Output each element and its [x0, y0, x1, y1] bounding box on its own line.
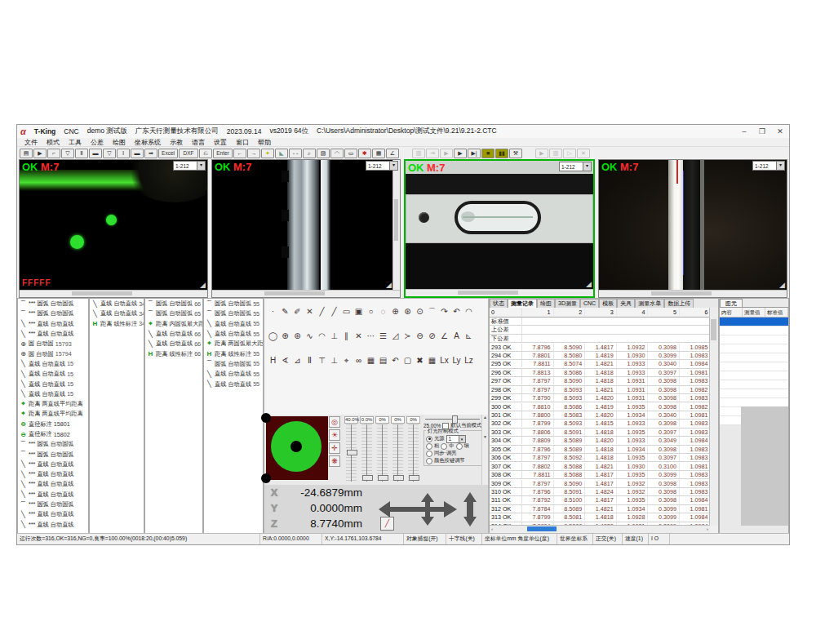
grid-vscrollbar[interactable] — [709, 308, 718, 526]
toolbox-icon[interactable]: ∿ — [304, 331, 315, 341]
xy-jog-arrows[interactable] — [377, 491, 459, 527]
light-mode-icon[interactable]: ◎ — [329, 416, 340, 428]
toolbar-load-program[interactable]: ▶ — [440, 149, 453, 158]
toolbox-icon[interactable]: ☰ — [378, 331, 388, 341]
rp-row[interactable] — [720, 362, 788, 371]
menu-公差[interactable]: 公差 — [86, 138, 108, 147]
toolbox-icon[interactable]: ◠ — [463, 306, 474, 317]
table-row[interactable]: 296 OK7.88138.50861.48181.09330.30971.09… — [490, 369, 710, 377]
table-row[interactable]: 312 OK7.87848.50891.48211.09340.30991.09… — [490, 505, 710, 513]
tab-数据上传[interactable]: 数据上传 — [664, 299, 694, 308]
toolbox-icon[interactable]: ▦ — [427, 355, 437, 366]
size-radio-细[interactable] — [456, 443, 463, 450]
camera1-hscrollbar[interactable] — [20, 290, 207, 297]
rp-row[interactable] — [720, 344, 788, 353]
table-row[interactable]: 305 OK7.87968.50891.48181.09340.30981.09… — [490, 446, 710, 454]
toolbar-dash-tool[interactable]: - - — [289, 149, 302, 158]
brightness-slider[interactable] — [424, 415, 486, 422]
element-item[interactable]: ╲*** 直线自动直线 — [18, 509, 88, 519]
table-row[interactable]: 299 OK7.87908.50931.48201.09310.30981.09… — [490, 394, 710, 402]
element-item[interactable]: ╲直线自动直线34 — [90, 299, 144, 309]
camera-view-1[interactable]: OK M:7 FFFFF 1-212▾ ◢ — [19, 159, 208, 298]
toolbox-icon[interactable]: · — [268, 306, 278, 317]
tab-绘图[interactable]: 绘图 — [537, 299, 555, 308]
camera2-range-dropdown[interactable]: 1-212▾ — [366, 161, 398, 171]
menu-窗口[interactable]: 窗口 — [232, 138, 253, 147]
toolbar-laser-marker[interactable]: ✱ — [358, 149, 371, 158]
slider-thumb[interactable] — [362, 475, 373, 481]
toolbox-icon[interactable]: ○ — [366, 306, 376, 317]
toolbar-play-disabled[interactable]: ▶ — [535, 149, 548, 158]
table-row[interactable]: 303 OK7.88068.50911.48181.09350.30971.09… — [490, 429, 710, 437]
camera3-range-dropdown[interactable]: 1-212▾ — [559, 162, 592, 171]
table-row[interactable]: 309 OK7.87978.50901.48171.09320.30981.09… — [490, 479, 710, 487]
toolbox-icon[interactable]: ⊘ — [427, 331, 437, 341]
tolerance-row[interactable]: 上公差 — [490, 326, 710, 334]
tab-CNC[interactable]: CNC — [580, 299, 599, 308]
element-item[interactable]: ⌒圆弧自动圆弧55 — [204, 309, 263, 318]
camera4-range-dropdown[interactable]: 1-212▾ — [752, 161, 785, 171]
sync-radio[interactable] — [426, 451, 432, 457]
element-item[interactable]: ╲直线自动直线66 — [145, 339, 202, 349]
toolbar-auto-probe[interactable]: ▽ — [103, 149, 116, 158]
toolbox-icon[interactable]: ≻ — [402, 331, 413, 341]
channel-slider-1[interactable]: 40.0% — [344, 415, 359, 485]
toolbox-icon[interactable]: ↶ — [451, 306, 462, 317]
camera-view-4[interactable]: OK M:7 1-212▾ ◢ — [598, 159, 787, 298]
camera1-resize-icon[interactable]: ◢ — [200, 281, 206, 289]
element-item[interactable]: ⌒圆弧自动圆弧55 — [204, 359, 263, 369]
table-row[interactable]: 297 OK7.87978.50901.48181.09310.30981.09… — [490, 377, 710, 385]
menu-帮助[interactable]: 帮助 — [254, 138, 275, 147]
menu-文件[interactable]: 文件 — [20, 138, 42, 147]
toolbox-icon[interactable]: ∥ — [341, 331, 352, 341]
rp-row[interactable] — [720, 380, 788, 389]
table-row[interactable]: 295 OK7.88118.50741.48211.09330.30401.09… — [490, 360, 710, 368]
element-item[interactable]: ⌒*** 圆弧自动圆弧 — [18, 299, 88, 309]
element-item[interactable]: ⌒圆弧自动圆弧55 — [204, 299, 263, 309]
toolbox-icon[interactable]: ⊙ — [415, 306, 425, 317]
table-row[interactable]: 310 OK7.87968.50911.48241.09320.30981.09… — [490, 488, 710, 496]
table-row[interactable]: 311 OK7.87928.51001.48171.09350.30981.09… — [490, 496, 710, 504]
slider-thumb[interactable] — [409, 475, 419, 481]
toolbox-icon[interactable]: ⊕ — [280, 331, 290, 341]
toolbox-icon[interactable]: ⊤ — [317, 355, 327, 366]
element-item[interactable]: ╲直线自动直线55 — [204, 329, 263, 339]
toolbox-icon[interactable]: Ly — [451, 355, 462, 366]
channel-slider-4[interactable]: 0% — [390, 415, 406, 485]
toolbox-icon[interactable]: ↷ — [439, 306, 450, 317]
camera2-vscrollbar[interactable] — [392, 160, 400, 291]
rp-row[interactable] — [720, 353, 788, 362]
tab-状态[interactable]: 状态 — [490, 299, 508, 308]
element-item[interactable]: ⊖直径标注15801 — [18, 420, 88, 429]
element-item[interactable]: ╲直线自动直线55 — [204, 379, 263, 389]
title-bar[interactable]: α T-King CNC demo 测试版 广东天行测量技术有限公司 2023.… — [17, 125, 789, 138]
tab-测量水单[interactable]: 测量水单 — [635, 299, 664, 308]
toolbox-icon[interactable]: ✐ — [292, 306, 303, 317]
menu-坐标系统[interactable]: 坐标系统 — [131, 138, 165, 147]
toolbox-icon[interactable]: ╱ — [329, 306, 339, 317]
element-item[interactable]: ╲*** 直线自动直线 — [18, 490, 88, 500]
camera3-hscrollbar[interactable] — [406, 289, 593, 296]
element-item[interactable]: ╲*** 直线自动直线 — [18, 319, 88, 329]
element-item[interactable]: ⊕圆自动圆15793 — [18, 339, 88, 349]
element-item[interactable]: ╲*** 直线自动直线 — [18, 520, 88, 530]
channel-slider-5[interactable]: 0% — [406, 415, 421, 485]
maximize-button[interactable]: ❐ — [753, 127, 771, 135]
colorkey-radio[interactable] — [426, 458, 432, 464]
slider-thumb[interactable] — [347, 450, 357, 455]
toolbox-icon[interactable]: ▢ — [402, 355, 413, 366]
camera2-hscrollbar[interactable] — [212, 290, 400, 297]
toolbar-move-tool[interactable]: ➡ — [144, 149, 157, 158]
light-mode-icon[interactable]: ✛ — [329, 442, 340, 454]
source-select[interactable]: 1▾ — [446, 435, 466, 443]
element-item[interactable]: ╲直线自动直线15 — [18, 359, 88, 369]
camera2-resize-icon[interactable]: ◢ — [386, 281, 392, 289]
tab-测量记录[interactable]: 测量记录 — [508, 299, 537, 308]
toolbar-arrow-right[interactable]: → — [247, 149, 260, 158]
slider-thumb[interactable] — [393, 475, 404, 481]
camera4-resize-icon[interactable]: ◢ — [779, 281, 785, 289]
toolbox-icon[interactable]: ∠ — [439, 331, 450, 341]
element-item[interactable]: ⌖距离两圆弧最大距 — [204, 339, 263, 349]
camera-view-2[interactable]: OK M:7 1-212▾ ◢ — [211, 159, 401, 298]
toolbox-icon[interactable]: ⊾ — [463, 331, 474, 341]
